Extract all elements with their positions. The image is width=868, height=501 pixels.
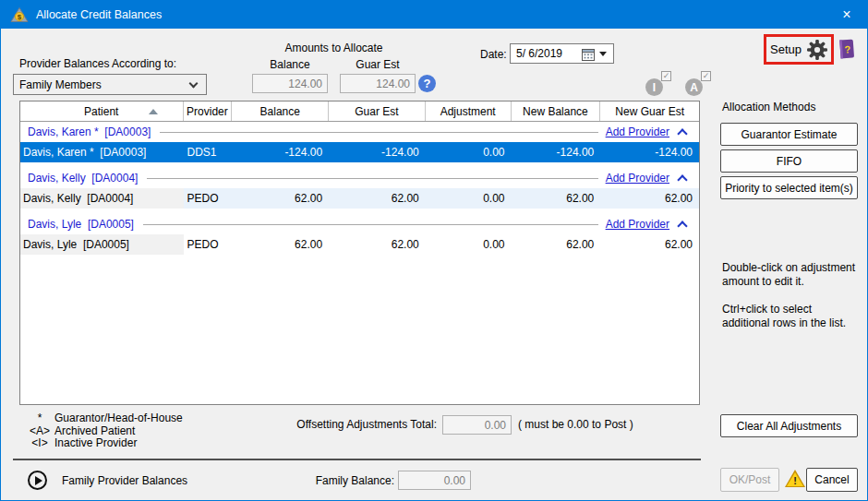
cell-provider: DDS1: [184, 142, 233, 162]
svg-text:?: ?: [844, 43, 851, 54]
date-field[interactable]: 5/ 6/2019: [510, 43, 614, 64]
cell-patient: Davis, Kelly [DA0004]: [20, 188, 184, 209]
column-header-adjustment[interactable]: Adjustment: [426, 101, 512, 121]
cell-new-balance: 62.00: [512, 188, 601, 209]
svg-text:$: $: [18, 13, 22, 21]
expand-play-icon[interactable]: [28, 471, 47, 490]
cell-balance: 62.00: [232, 234, 329, 255]
cell-balance: 62.00: [232, 188, 329, 209]
allocate-credit-balances-dialog: $ Allocate Credit Balances × Provider Ba…: [0, 0, 868, 501]
guarantor-estimate-button[interactable]: Guarantor Estimate: [720, 123, 858, 146]
provider-balances-dropdown[interactable]: Family Members: [13, 74, 207, 95]
clear-all-adjustments-button[interactable]: Clear All Adjustments: [720, 414, 858, 437]
balance-to-allocate-field: 124.00: [252, 74, 328, 93]
group-divider-line: [147, 178, 597, 179]
column-header-patient[interactable]: Patient: [20, 101, 184, 121]
warning-icon: !: [785, 470, 805, 488]
guar-est-to-allocate-field: 124.00: [340, 74, 416, 93]
column-header-new-guar-est[interactable]: New Guar Est: [600, 101, 699, 121]
section-divider: [13, 459, 701, 460]
cell-new-guar-est: 62.00: [600, 234, 699, 255]
table-row[interactable]: Davis, Kelly [DA0004] PEDO 62.00 62.00 0…: [20, 188, 699, 209]
cancel-button[interactable]: Cancel: [806, 468, 858, 492]
add-provider-link[interactable]: Add Provider: [606, 125, 669, 138]
group-header-row: Davis, Kelly [DA0004] Add Provider: [20, 168, 699, 188]
amounts-to-allocate-label: Amounts to Allocate: [252, 42, 416, 54]
balance-label: Balance: [252, 58, 328, 71]
table-header-row: Patient Provider Balance Guar Est Adjust…: [20, 101, 699, 122]
offsetting-total-label: Offsetting Adjustments Total:: [289, 418, 437, 431]
offsetting-total-field: 0.00: [442, 415, 512, 435]
legend-item: <I> Inactive Provider: [27, 437, 183, 449]
window-title: Allocate Credit Balances: [36, 8, 162, 21]
cell-provider: PEDO: [184, 234, 233, 255]
legend: * Guarantor/Head-of-House <A> Archived P…: [27, 412, 183, 450]
family-balance-field: 0.00: [398, 471, 471, 490]
collapse-caret-icon[interactable]: [677, 128, 687, 138]
column-header-new-balance[interactable]: New Balance: [512, 101, 601, 121]
setup-button-label: Setup: [770, 42, 802, 56]
cell-guar-est: 62.00: [329, 234, 426, 255]
group-patient-label: Davis, Lyle [DA0005]: [28, 218, 134, 231]
group-header-row: Davis, Lyle [DA0005] Add Provider: [20, 214, 699, 234]
calendar-icon[interactable]: [582, 48, 595, 64]
fifo-button[interactable]: FIFO: [720, 149, 858, 173]
must-be-zero-note: ( must be 0.00 to Post ): [518, 418, 633, 431]
help-circle-icon[interactable]: ?: [418, 75, 436, 92]
group-header-row: Davis, Karen * [DA0003] Add Provider: [20, 122, 699, 142]
table-row[interactable]: Davis, Karen * [DA0003] DDS1 -124.00 -12…: [20, 142, 699, 162]
ok-post-button[interactable]: OK/Post: [720, 468, 779, 492]
priority-selected-button[interactable]: Priority to selected item(s): [720, 176, 858, 199]
cell-new-guar-est: -124.00: [600, 142, 699, 162]
add-provider-link[interactable]: Add Provider: [606, 172, 669, 185]
cell-balance: -124.00: [232, 142, 329, 162]
cell-new-guar-est: 62.00: [600, 188, 699, 209]
date-label: Date:: [480, 48, 507, 61]
family-provider-balances-label: Family Provider Balances: [62, 474, 187, 487]
gear-icon: [807, 40, 827, 60]
collapse-caret-icon[interactable]: [677, 221, 687, 231]
group-patient-label: Davis, Karen * [DA0003]: [28, 125, 151, 138]
group-patient-label: Davis, Kelly [DA0004]: [28, 172, 138, 185]
cell-new-balance: -124.00: [512, 142, 601, 162]
double-click-hint: Double-click on adjustment amount to edi…: [722, 261, 868, 289]
sort-asc-icon: [149, 109, 158, 114]
column-header-guar-est[interactable]: Guar Est: [329, 101, 426, 121]
allocation-table: Patient Provider Balance Guar Est Adjust…: [19, 101, 700, 405]
group-divider-line: [143, 224, 598, 225]
close-button[interactable]: ×: [826, 1, 867, 29]
collapse-caret-icon[interactable]: [677, 174, 687, 185]
cell-adjustment[interactable]: 0.00: [426, 188, 512, 209]
inactive-provider-toggle-icon: ✓ I: [645, 71, 674, 96]
cell-adjustment[interactable]: 0.00: [426, 142, 512, 162]
archived-patient-toggle-icon: ✓ A: [685, 71, 714, 96]
setup-highlight-box: Setup: [764, 34, 834, 65]
cell-patient: Davis, Karen * [DA0003]: [20, 142, 184, 162]
cell-new-balance: 62.00: [512, 234, 601, 255]
cell-patient: Davis, Lyle [DA0005]: [20, 234, 184, 255]
group-divider-line: [160, 132, 597, 133]
help-book-icon[interactable]: ?: [837, 37, 857, 63]
family-balance-label: Family Balance:: [313, 474, 394, 487]
column-header-balance[interactable]: Balance: [232, 101, 329, 121]
allocation-methods-label: Allocation Methods: [722, 101, 815, 113]
provider-balances-label: Provider Balances According to:: [19, 57, 176, 70]
dollar-shield-icon: $: [10, 6, 29, 23]
table-row[interactable]: Davis, Lyle [DA0005] PEDO 62.00 62.00 0.…: [20, 234, 699, 255]
chevron-down-icon: [189, 79, 199, 89]
legend-item: * Guarantor/Head-of-House: [27, 412, 183, 424]
column-header-provider[interactable]: Provider: [184, 101, 233, 121]
cell-adjustment[interactable]: 0.00: [426, 234, 512, 255]
cell-provider: PEDO: [184, 188, 233, 209]
setup-button[interactable]: Setup: [770, 40, 827, 60]
add-provider-link[interactable]: Add Provider: [606, 218, 669, 231]
date-dropdown-arrow-icon[interactable]: [599, 52, 607, 56]
legend-item: <A> Archived Patient: [27, 425, 183, 437]
guar-est-label: Guar Est: [340, 58, 416, 71]
cell-guar-est: -124.00: [329, 142, 426, 162]
title-bar: $ Allocate Credit Balances ×: [1, 1, 867, 29]
ctrl-click-hint: Ctrl+click to select additional rows in …: [722, 303, 868, 330]
cell-guar-est: 62.00: [329, 188, 426, 209]
dropdown-selected-value: Family Members: [19, 78, 102, 91]
date-value: 5/ 6/2019: [516, 47, 562, 60]
